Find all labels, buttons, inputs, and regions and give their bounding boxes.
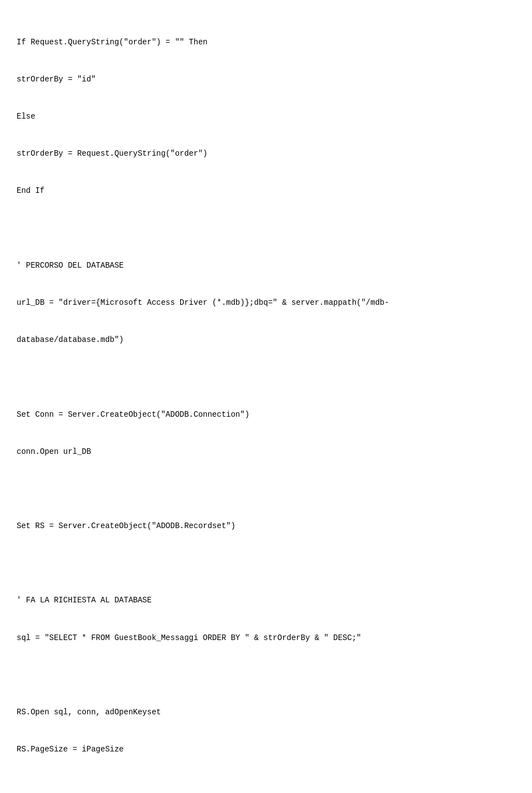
code-line-13: sql = "SELECT * FROM GuestBook_Messaggi … bbox=[17, 632, 515, 644]
code-line-10: conn.Open url_DB bbox=[17, 446, 515, 458]
code-line-blank-6 bbox=[17, 780, 515, 792]
code-content: If Request.QueryString("order") = "" The… bbox=[17, 11, 515, 793]
code-line-9: Set Conn = Server.CreateObject("ADODB.Co… bbox=[17, 408, 515, 421]
code-line-2: strOrderBy = "id" bbox=[17, 73, 515, 85]
code-line-1: If Request.QueryString("order") = "" The… bbox=[17, 36, 515, 48]
code-line-blank-2 bbox=[17, 371, 515, 383]
code-line-blank-3 bbox=[17, 483, 515, 495]
code-line-5: End If bbox=[17, 185, 515, 197]
code-line-12: ' FA LA RICHIESTA AL DATABASE bbox=[17, 594, 515, 606]
code-line-6: ' PERCORSO DEL DATABASE bbox=[17, 259, 515, 272]
code-line-blank-5 bbox=[17, 669, 515, 681]
code-line-14: RS.Open sql, conn, adOpenKeyset bbox=[17, 706, 515, 718]
code-line-7: url_DB = "driver={Microsoft Access Drive… bbox=[17, 296, 515, 309]
code-line-15: RS.PageSize = iPageSize bbox=[17, 743, 515, 755]
code-line-8: database/database.mdb") bbox=[17, 334, 515, 346]
code-line-3: Else bbox=[17, 110, 515, 122]
code-line-11: Set RS = Server.CreateObject("ADODB.Reco… bbox=[17, 520, 515, 532]
code-line-blank-4 bbox=[17, 557, 515, 569]
code-line-blank-1 bbox=[17, 222, 515, 234]
code-line-4: strOrderBy = Request.QueryString("order"… bbox=[17, 147, 515, 160]
